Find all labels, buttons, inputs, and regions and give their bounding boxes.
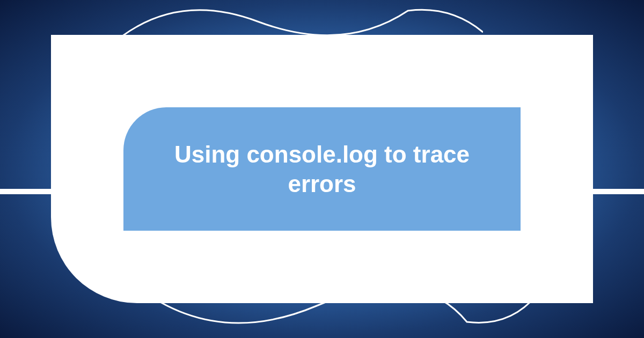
main-title: Using console.log to trace errors <box>172 139 472 199</box>
title-panel: Using console.log to trace errors <box>123 107 521 231</box>
